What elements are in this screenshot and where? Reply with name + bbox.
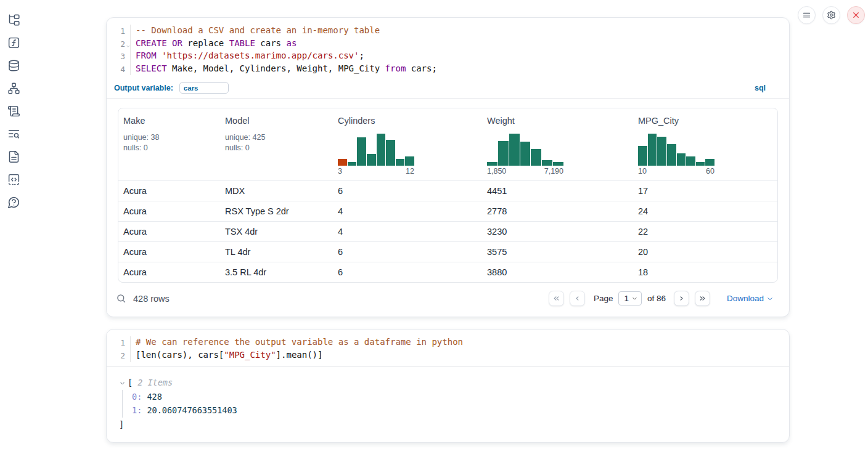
table-row[interactable]: AcuraMDX6445117 — [118, 180, 777, 201]
next-page-button[interactable] — [674, 291, 689, 306]
code-text: # We can reference the output variable a… — [130, 336, 463, 349]
code-line[interactable]: 1-- Download a CSV and create an in-memo… — [110, 25, 789, 38]
table-cell: Acura — [118, 267, 220, 277]
notebook-area: 1-- Download a CSV and create an in-memo… — [106, 17, 790, 443]
sql-code-editor[interactable]: 1-- Download a CSV and create an in-memo… — [107, 18, 789, 79]
histogram-bar — [487, 162, 497, 166]
table-cell: Acura — [118, 247, 220, 257]
histogram-bar — [338, 159, 347, 166]
line-number: 2 — [110, 38, 125, 51]
chevron-left-icon — [573, 294, 581, 302]
page-select[interactable]: 1 — [618, 291, 642, 305]
shutdown-button[interactable] — [847, 6, 865, 24]
items-count-label: 2 Items — [137, 378, 173, 387]
fold-chevron-icon[interactable] — [126, 40, 131, 45]
first-page-button[interactable] — [549, 291, 564, 306]
tree-entry-key: 0: — [132, 392, 142, 402]
histogram-bar — [648, 134, 657, 166]
histogram-bar — [553, 162, 563, 166]
column-header-weight[interactable]: Weight 1,8507,190 — [482, 108, 633, 180]
table-cell: MDX — [220, 186, 333, 196]
table-row[interactable]: AcuraTL 4dr6357520 — [118, 241, 777, 262]
histogram-bar — [377, 134, 386, 166]
histogram-bar — [677, 153, 686, 166]
close-bracket: ] — [119, 419, 789, 430]
table-cell: 4 — [333, 206, 482, 216]
table-footer: 428 rows Page 1 of 86 — [107, 283, 789, 317]
help-icon[interactable] — [7, 195, 21, 209]
mpg-city-histogram — [638, 134, 714, 166]
code-line[interactable]: 2CREATE OR replace TABLE cars as — [110, 38, 789, 51]
histogram-bar — [509, 134, 520, 166]
column-header-model[interactable]: Model unique: 425 nulls: 0 — [220, 108, 333, 180]
sql-cell: 1-- Download a CSV and create an in-memo… — [106, 17, 790, 317]
table-cell: 3880 — [482, 267, 633, 277]
search-icon[interactable] — [115, 293, 126, 304]
open-bracket: [ — [128, 378, 133, 387]
output-tree: [ 2 Items 0: 4281: 20.060747663551403 ] — [107, 367, 789, 442]
code-text: FROM 'https://datasets.marimo.app/cars.c… — [130, 50, 364, 63]
download-button[interactable]: Download — [727, 294, 774, 303]
code-text: CREATE OR replace TABLE cars as — [130, 38, 297, 51]
column-header-cylinders[interactable]: Cylinders 312 — [333, 108, 482, 180]
table-row[interactable]: Acura3.5 RL 4dr6388018 — [118, 262, 777, 282]
datasources-icon[interactable] — [7, 59, 21, 73]
code-text: [len(cars), cars["MPG_City"].mean()] — [130, 349, 322, 362]
chevron-down-icon — [766, 295, 774, 302]
table-cell: Acura — [118, 227, 220, 237]
variables-icon[interactable] — [7, 36, 21, 50]
histogram-bar — [348, 162, 357, 166]
histogram-bar — [531, 149, 541, 166]
tree-entry-value: 20.060747663551403 — [142, 405, 237, 415]
table-cell: 4451 — [482, 186, 633, 196]
line-number: 2 — [110, 349, 125, 362]
row-count: 428 rows — [133, 294, 170, 304]
histogram-bar — [367, 154, 376, 166]
histogram-bar — [705, 159, 714, 166]
column-stats: unique: 425 nulls: 0 — [225, 132, 328, 153]
language-toggle[interactable]: sql — [755, 84, 766, 92]
menu-button[interactable] — [798, 6, 816, 24]
gear-icon — [827, 10, 836, 20]
table-cell: TSX 4dr — [220, 227, 333, 237]
documentation-icon[interactable] — [7, 150, 21, 164]
histogram-bar — [405, 156, 414, 166]
settings-button[interactable] — [822, 6, 840, 24]
scratchpad-icon[interactable] — [7, 104, 21, 118]
table-cell: Acura — [118, 186, 220, 196]
line-number: 1 — [110, 336, 125, 349]
code-line[interactable]: 1# We can reference the output variable … — [110, 336, 789, 349]
logs-icon[interactable] — [7, 127, 21, 141]
collapse-chevron-icon[interactable] — [119, 379, 126, 386]
table-row[interactable]: AcuraTSX 4dr4323022 — [118, 221, 777, 241]
code-line[interactable]: 3FROM 'https://datasets.marimo.app/cars.… — [110, 50, 789, 63]
code-line[interactable]: 4SELECT Make, Model, Cylinders, Weight, … — [110, 63, 789, 76]
table-cell: 2778 — [482, 206, 633, 216]
table-cell: RSX Type S 2dr — [220, 206, 333, 216]
column-header-make[interactable]: Make unique: 38 nulls: 0 — [118, 108, 220, 180]
column-stats: unique: 38 nulls: 0 — [123, 132, 215, 153]
chevrons-right-icon — [698, 294, 706, 302]
file-explorer-icon[interactable] — [7, 13, 21, 27]
output-variable-label: Output variable: — [114, 84, 173, 92]
histogram-bar — [498, 141, 509, 166]
last-page-button[interactable] — [695, 291, 710, 306]
table-cell: 6 — [333, 186, 482, 196]
previous-page-button[interactable] — [570, 291, 585, 306]
tree-root: [ 2 Items — [119, 378, 789, 387]
table-cell: TL 4dr — [220, 247, 333, 257]
pagination: Page 1 of 86 Download — [549, 291, 774, 306]
table-cell: 22 — [633, 227, 777, 237]
table-header: Make unique: 38 nulls: 0 Model unique: 4… — [118, 108, 777, 180]
column-header-mpg-city[interactable]: MPG_City 1060 — [633, 108, 777, 180]
dependencies-icon[interactable] — [7, 81, 21, 95]
tree-items: 0: 4281: 20.060747663551403 — [122, 390, 789, 418]
chevrons-left-icon — [552, 294, 560, 302]
python-code-editor[interactable]: 1# We can reference the output variable … — [107, 330, 789, 366]
table-cell: 17 — [633, 186, 777, 196]
python-cell: 1# We can reference the output variable … — [106, 329, 790, 442]
table-row[interactable]: AcuraRSX Type S 2dr4277824 — [118, 201, 777, 221]
code-line[interactable]: 2[len(cars), cars["MPG_City"].mean()] — [110, 349, 789, 362]
snippets-icon[interactable] — [7, 172, 21, 187]
output-variable-input[interactable] — [179, 82, 229, 94]
